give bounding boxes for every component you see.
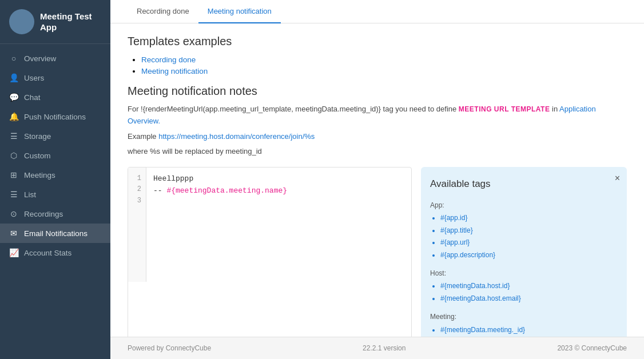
sidebar-item-custom[interactable]: ⬡ Custom [0,146,110,165]
highlight-meeting-url-template: MEETING URL TEMPLATE [459,105,550,113]
sidebar-item-overview[interactable]: ○ Overview [0,49,110,68]
custom-icon: ⬡ [9,151,18,160]
sidebar-item-label: Custom [24,151,51,160]
tags-section-host: Host: #{meetingData.host.id} #{meetingDa… [430,268,618,304]
link-meeting-notification[interactable]: Meeting notification [141,67,208,75]
users-icon: 👤 [9,73,18,82]
footer-version: 22.2.1 version [363,344,406,352]
tags-label-host: Host: [430,268,618,279]
sidebar-item-users[interactable]: 👤 Users [0,68,110,87]
email-icon: ✉ [9,229,18,238]
editor-container: 1 2 3 Heellpppp -- #{meetingData.meeting… [128,167,627,337]
tag-item: #{meetingData.meeting.name} [440,336,618,337]
tags-label-meeting: Meeting: [430,311,618,322]
link-recording-done[interactable]: Recording done [141,55,196,64]
bell-icon: 🔔 [9,112,18,121]
close-icon[interactable]: × [615,174,620,183]
footer-powered-by: Powered by ConnectyCube [128,344,211,352]
sidebar-item-email-notifications[interactable]: ✉ Email Notifications [0,224,110,243]
tags-list-meeting: #{meetingData.meeting._id} #{meetingData… [430,324,618,337]
code-content[interactable]: Heellpppp -- #{meetingData.meeting.name} [146,167,411,282]
tags-section-app: App: #{app.id} #{app.title} #{app.url} #… [430,200,618,261]
tag-item: #{app.title} [440,225,618,236]
overview-icon: ○ [9,54,18,63]
sidebar-item-label: Users [24,74,44,82]
sidebar-item-push-notifications[interactable]: 🔔 Push Notifications [0,107,110,126]
sidebar-item-label: Push Notifications [24,113,86,121]
notes-title: Meeting notification notes [128,85,627,98]
footer-copyright: 2023 © ConnectyCube [557,344,627,352]
list-icon: ☰ [9,190,18,199]
tabs-bar: Recording done Meeting notification [110,0,644,23]
sidebar-nav: ○ Overview 👤 Users 💬 Chat 🔔 Push Notific… [0,44,110,359]
sidebar-item-label: Account Stats [24,249,71,257]
recordings-icon: ⊙ [9,209,18,218]
sidebar-item-label: Storage [24,132,51,141]
tag-item: #{meetingData.host.id} [440,280,618,292]
tags-label-app: App: [430,200,618,211]
tag-item: #{meetingData.meeting._id} [440,324,618,336]
sidebar-item-list[interactable]: ☰ List [0,185,110,204]
sidebar-item-recordings[interactable]: ⊙ Recordings [0,204,110,224]
main-area: Recording done Meeting notification Temp… [110,0,644,359]
sidebar-item-meetings[interactable]: ⊞ Meetings [0,165,110,185]
sidebar-item-storage[interactable]: ☰ Storage [0,126,110,146]
tags-list-app: #{app.id} #{app.title} #{app.url} #{app.… [430,212,618,261]
tags-panel-title: Available tags [430,176,618,193]
sidebar-header: Meeting Test App [0,0,110,44]
sidebar-item-label: Meetings [24,171,55,180]
sidebar-item-account-stats[interactable]: 📈 Account Stats [0,243,110,262]
notes-line1: For !{renderMeetingUrl(app.meeting_url_t… [128,103,627,127]
content-area: Templates examples Recording done Meetin… [110,23,644,337]
avatar [9,9,34,34]
sidebar-item-label: Overview [24,54,56,63]
tags-list-host: #{meetingData.host.id} #{meetingData.hos… [430,280,618,304]
sidebar-item-label: Email Notifications [24,229,88,238]
code-editor[interactable]: 1 2 3 Heellpppp -- #{meetingData.meeting… [128,167,412,337]
sidebar-item-label: Recordings [24,210,63,218]
sidebar-item-chat[interactable]: 💬 Chat [0,87,110,107]
notes-line2: Example https://meeting.host.domain/conf… [128,131,627,143]
link-example-url[interactable]: https://meeting.host.domain/conference/j… [158,132,315,141]
line-numbers: 1 2 3 [128,167,146,282]
tag-item: #{app.url} [440,237,618,248]
footer: Powered by ConnectyCube 22.2.1 version 2… [110,337,644,359]
sidebar-item-label: Chat [24,93,41,102]
tag-item: #{meetingData.host.email} [440,293,618,304]
app-name: Meeting Test App [40,11,101,33]
tab-meeting-notification[interactable]: Meeting notification [198,0,281,23]
tag-item: #{app.id} [440,212,618,224]
template-links: Recording done Meeting notification [128,55,627,75]
sidebar-item-label: List [24,190,36,199]
storage-icon: ☰ [9,131,18,141]
templates-title: Templates examples [128,35,627,48]
notes-line3: where %s will be replaced by meeting_id [128,146,627,158]
code-tag: #{meetingData.meeting.name} [166,186,287,195]
tags-section-meeting: Meeting: #{meetingData.meeting._id} #{me… [430,311,618,337]
meetings-icon: ⊞ [9,170,18,180]
tab-recording-done[interactable]: Recording done [128,0,198,23]
tags-panel: Available tags × App: #{app.id} #{app.ti… [421,167,627,337]
stats-icon: 📈 [9,248,18,257]
sidebar: Meeting Test App ○ Overview 👤 Users 💬 Ch… [0,0,110,359]
tag-item: #{app.description} [440,249,618,261]
chat-icon: 💬 [9,93,18,102]
